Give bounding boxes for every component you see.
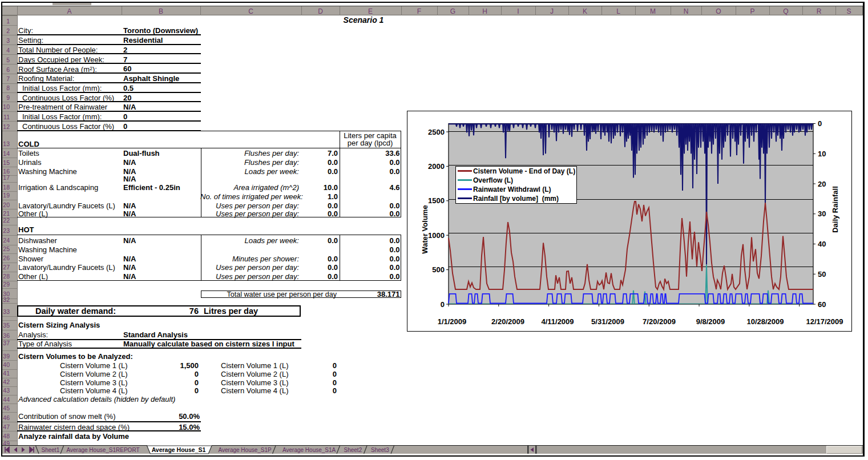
svg-text:Average House_S1: Average House_S1: [152, 446, 206, 453]
svg-text:Average House_S1A: Average House_S1A: [282, 447, 336, 453]
svg-text:1500: 1500: [428, 196, 445, 205]
svg-text:500: 500: [432, 265, 445, 274]
svg-text:7/20/2009: 7/20/2009: [643, 317, 676, 326]
svg-text:12/17/2009: 12/17/2009: [806, 317, 843, 326]
svg-text:Rainwater Withdrawl (L): Rainwater Withdrawl (L): [473, 185, 551, 193]
svg-text:Average House_S1P: Average House_S1P: [219, 447, 272, 453]
svg-text:1000: 1000: [428, 231, 445, 240]
svg-text:0: 0: [441, 300, 445, 309]
svg-text:2500: 2500: [428, 128, 445, 136]
svg-text:0: 0: [818, 119, 822, 128]
svg-text:60: 60: [818, 300, 826, 309]
svg-text:Overflow (L): Overflow (L): [473, 176, 513, 184]
svg-text:30: 30: [818, 209, 826, 218]
svg-text:2/20/2009: 2/20/2009: [491, 317, 524, 326]
svg-text:10: 10: [818, 150, 826, 158]
svg-text:Cistern Volume - End of Day (L: Cistern Volume - End of Day (L): [473, 167, 575, 175]
svg-text:5/31/2009: 5/31/2009: [591, 317, 624, 326]
svg-text:10/28/2009: 10/28/2009: [746, 317, 784, 326]
svg-text:1/1/2009: 1/1/2009: [438, 317, 467, 326]
svg-text:50: 50: [818, 270, 826, 279]
svg-text:20: 20: [818, 180, 826, 188]
svg-text:Average House_S1REPORT: Average House_S1REPORT: [67, 447, 140, 453]
svg-text:2000: 2000: [428, 162, 445, 171]
svg-text:9/8/2009: 9/8/2009: [696, 317, 725, 326]
svg-text:4/11/2009: 4/11/2009: [541, 317, 574, 326]
svg-text:40: 40: [818, 240, 826, 248]
svg-text:Sheet1: Sheet1: [42, 447, 60, 453]
svg-text:Rainfall [by volume] (mm): Rainfall [by volume] (mm): [473, 195, 559, 203]
svg-text:Water Volume: Water Volume: [421, 205, 429, 253]
svg-text:Sheet3: Sheet3: [371, 447, 389, 453]
svg-text:Daily Rainfall: Daily Rainfall: [831, 186, 839, 233]
svg-text:Sheet2: Sheet2: [344, 447, 362, 453]
